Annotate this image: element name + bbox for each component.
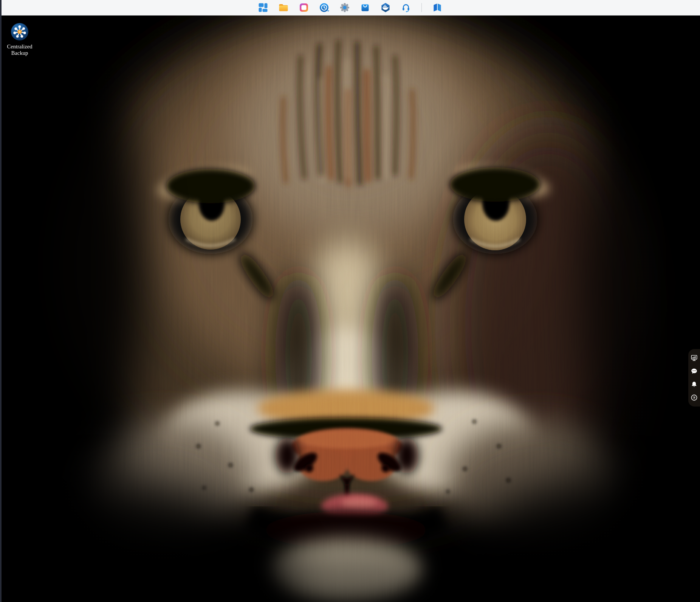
- chat-bubble-icon: [691, 368, 698, 375]
- desktop-shortcut-centralized-backup[interactable]: Centralized Backup: [2, 23, 37, 56]
- notifications-button[interactable]: [690, 380, 698, 388]
- monitor-chart-icon: [691, 354, 698, 362]
- taskbar: [0, 0, 700, 16]
- shortcut-label: Centralized Backup: [2, 43, 37, 56]
- clock-arrow-icon: [319, 2, 330, 13]
- svg-text:?: ?: [693, 396, 695, 400]
- docker-whale-icon: [380, 2, 391, 13]
- open-book-icon: [432, 2, 443, 13]
- main-menu-button[interactable]: [257, 2, 269, 13]
- gear-icon: [339, 2, 350, 13]
- help-button[interactable]: ?: [690, 393, 698, 402]
- bell-icon: [691, 381, 698, 388]
- support-button[interactable]: [400, 2, 412, 13]
- app-grid-icon: [258, 2, 268, 13]
- system-monitor-button[interactable]: [690, 354, 698, 362]
- question-icon: ?: [691, 394, 698, 401]
- package-center-button[interactable]: [359, 2, 371, 13]
- backup-clock-button[interactable]: [319, 2, 330, 13]
- folder-icon: [278, 2, 289, 13]
- chat-button[interactable]: [690, 367, 698, 375]
- utility-panel: ?: [688, 349, 700, 407]
- headset-icon: [401, 2, 411, 13]
- hub-spoke-icon: [11, 23, 29, 41]
- taskbar-separator: [421, 3, 422, 12]
- control-panel-button[interactable]: [339, 2, 350, 13]
- container-manager-button[interactable]: [380, 2, 391, 13]
- file-manager-button[interactable]: [278, 2, 289, 13]
- left-edge-strip: [0, 0, 2, 602]
- shopping-bag-icon: [360, 2, 370, 13]
- desktop-surface[interactable]: Centralized Backup: [0, 15, 700, 602]
- photos-icon: [299, 2, 309, 13]
- photos-button[interactable]: [298, 2, 310, 13]
- help-book-button[interactable]: [432, 2, 443, 13]
- lynx-face-wallpaper: [0, 15, 700, 602]
